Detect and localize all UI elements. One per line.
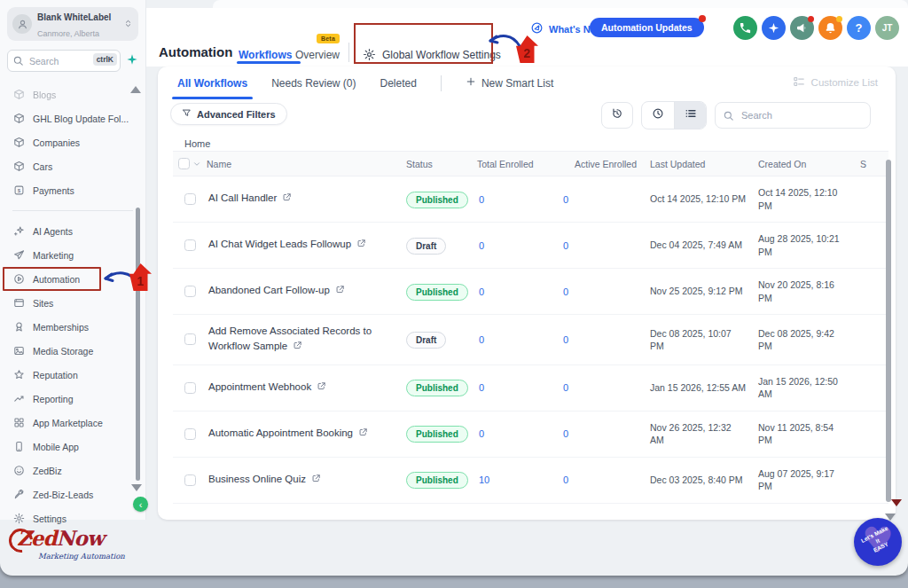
sidebar-item-marketing[interactable]: Marketing xyxy=(0,243,145,267)
row-checkbox[interactable] xyxy=(184,286,196,297)
sidebar-item-sites[interactable]: Sites xyxy=(0,291,145,315)
help-button[interactable]: ? xyxy=(847,16,871,40)
tab-needs-review[interactable]: Needs Review (0) xyxy=(271,67,356,99)
advanced-filters-button[interactable]: Advanced Filters xyxy=(170,103,287,125)
row-checkbox[interactable] xyxy=(184,382,196,394)
list-view-button[interactable] xyxy=(674,102,706,129)
external-link-icon[interactable] xyxy=(311,473,321,488)
active-enrolled-value[interactable]: 0 xyxy=(561,334,650,345)
row-checkbox[interactable] xyxy=(184,193,196,205)
column-header-status[interactable]: Status xyxy=(406,159,477,169)
table-scrollbar[interactable] xyxy=(886,160,891,502)
workflow-search-input[interactable] xyxy=(715,102,871,129)
announcements-button[interactable] xyxy=(790,16,814,40)
column-header-created-on[interactable]: Created On xyxy=(758,159,860,169)
external-link-icon[interactable] xyxy=(317,380,326,396)
table-row[interactable]: Appointment WebhookPublished00Jan 15 202… xyxy=(173,365,888,412)
table-row[interactable]: AI Chat Widget Leads FollowupDraft00Dec … xyxy=(173,223,888,269)
tab-overview[interactable]: Overview xyxy=(295,49,340,61)
sidebar-item-reporting[interactable]: Reporting xyxy=(0,387,145,411)
phone-button[interactable] xyxy=(733,16,757,40)
sidebar-scroll-up-icon[interactable] xyxy=(130,86,141,93)
row-checkbox[interactable] xyxy=(184,239,196,251)
column-header-name[interactable]: Name xyxy=(207,159,406,169)
new-smart-list-button[interactable]: New Smart List xyxy=(466,76,553,90)
breadcrumb[interactable]: Home xyxy=(184,138,896,149)
sidebar-item-media-storage[interactable]: Media Storage xyxy=(0,339,145,363)
sidebar-item-payments[interactable]: $Payments xyxy=(0,178,145,202)
sidebar-item-automation[interactable]: Automation xyxy=(3,267,101,291)
total-enrolled-value[interactable]: 0 xyxy=(477,194,561,205)
row-checkbox[interactable] xyxy=(184,333,196,345)
table-row[interactable]: Business Online QuizPublished100Dec 03 2… xyxy=(173,458,888,504)
total-enrolled-value[interactable]: 0 xyxy=(477,240,561,251)
ai-sparkle-icon[interactable] xyxy=(126,53,138,69)
customize-list-button[interactable]: Customize List xyxy=(793,75,878,90)
external-link-icon[interactable] xyxy=(358,427,368,442)
sidebar-item-mobile-app[interactable]: Mobile App xyxy=(0,435,145,459)
sidebar-item-ghl-blog-update-fol[interactable]: GHL Blog Update Fol... xyxy=(0,106,145,130)
row-checkbox[interactable] xyxy=(184,428,196,440)
recent-view-button[interactable] xyxy=(642,102,674,129)
total-enrolled-value[interactable]: 0 xyxy=(477,428,561,439)
sidebar-collapse-button[interactable]: ‹ xyxy=(133,497,148,512)
workflow-name[interactable]: AI Call Handler xyxy=(208,192,277,203)
sidebar-item-ai-agents[interactable]: AI Agents xyxy=(0,219,145,243)
scroll-down-red-icon[interactable] xyxy=(891,499,902,506)
table-row[interactable]: Add Remove Associated Records to Workflo… xyxy=(173,315,888,365)
tab-all-workflows[interactable]: All Workflows xyxy=(177,67,247,99)
workflow-name[interactable]: Business Online Quiz xyxy=(208,474,306,484)
tab-deleted[interactable]: Deleted xyxy=(380,67,417,99)
active-enrolled-value[interactable]: 0 xyxy=(561,474,650,485)
active-enrolled-value[interactable]: 0 xyxy=(561,382,650,393)
external-link-icon[interactable] xyxy=(335,284,345,299)
scroll-down-gray-icon[interactable] xyxy=(885,514,896,521)
history-button[interactable] xyxy=(601,102,633,129)
chevron-down-icon[interactable] xyxy=(192,160,201,169)
medal-icon xyxy=(13,321,25,333)
workflow-name[interactable]: Add Remove Associated Records to Workflo… xyxy=(208,325,372,351)
sidebar-item-cars[interactable]: Cars xyxy=(0,154,145,178)
external-link-icon[interactable] xyxy=(356,238,366,253)
active-enrolled-value[interactable]: 0 xyxy=(561,428,650,439)
workflow-name[interactable]: AI Chat Widget Leads Followup xyxy=(208,239,351,249)
active-enrolled-value[interactable]: 0 xyxy=(561,194,650,205)
external-link-icon[interactable] xyxy=(282,192,292,207)
column-header-s[interactable]: S xyxy=(860,159,888,169)
sidebar-item-companies[interactable]: Companies xyxy=(0,130,145,154)
workflow-name[interactable]: Automatic Appointment Booking xyxy=(208,427,353,438)
table-row[interactable]: Abandoned Cart Follow-upPublished00Nov 2… xyxy=(173,269,888,315)
table-row[interactable]: Automatic Appointment BookingPublished00… xyxy=(173,412,888,458)
automation-updates-pill[interactable]: Automation Updates xyxy=(590,18,704,37)
sidebar-item-zedbiz[interactable]: ZedBiz xyxy=(0,459,145,482)
sidebar-scroll-down-icon[interactable] xyxy=(131,484,142,491)
total-enrolled-value[interactable]: 0 xyxy=(477,334,561,345)
total-enrolled-value[interactable]: 0 xyxy=(477,382,561,393)
column-header-total-enrolled[interactable]: Total Enrolled xyxy=(477,159,561,169)
total-enrolled-value[interactable]: 0 xyxy=(477,286,561,297)
account-switcher[interactable]: Blank WhiteLabel Canmore, Alberta xyxy=(7,7,138,41)
sidebar-item-blogs[interactable]: Blogs xyxy=(0,82,145,106)
external-link-icon[interactable] xyxy=(293,340,302,355)
user-avatar[interactable]: JT xyxy=(875,16,899,40)
total-enrolled-value[interactable]: 10 xyxy=(477,474,561,485)
sidebar-item-reputation[interactable]: Reputation xyxy=(0,363,145,387)
sidebar-item-app-marketplace[interactable]: App Marketplace xyxy=(0,411,145,435)
sidebar-scrollbar[interactable] xyxy=(136,208,140,481)
lets-make-it-easy-badge[interactable]: ♥ Let's Make It EASY xyxy=(854,518,902,566)
column-header-last-updated[interactable]: Last Updated xyxy=(650,159,758,169)
sidebar-item-memberships[interactable]: Memberships xyxy=(0,315,145,339)
active-enrolled-value[interactable]: 0 xyxy=(561,240,650,251)
created-on-value: Nov 20 2025, 8:16 PM xyxy=(758,278,860,303)
row-checkbox[interactable] xyxy=(184,474,196,486)
notifications-button[interactable] xyxy=(818,16,842,40)
workflow-name[interactable]: Abandoned Cart Follow-up xyxy=(208,285,330,295)
ai-assistant-button[interactable] xyxy=(762,16,786,40)
column-header-active-enrolled[interactable]: Active Enrolled xyxy=(561,159,650,169)
sidebar-item-zed-biz-leads[interactable]: Zed-Biz-Leads xyxy=(0,482,145,506)
select-all-checkbox[interactable] xyxy=(178,158,190,169)
table-row[interactable]: AI Call HandlerPublished00Oct 14 2025, 1… xyxy=(173,176,888,223)
workflow-name[interactable]: Appointment Webhook xyxy=(208,381,311,392)
tab-workflows[interactable]: Workflows xyxy=(239,49,292,61)
active-enrolled-value[interactable]: 0 xyxy=(561,286,650,297)
